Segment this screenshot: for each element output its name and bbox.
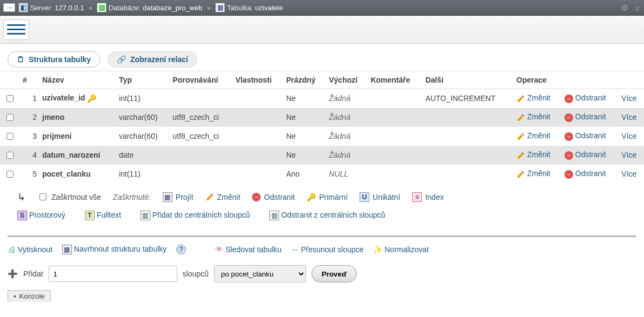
nav-toggle-arrow[interactable]: → <box>3 3 15 12</box>
index-icon: ≡ <box>412 192 422 202</box>
bulk-edit[interactable]: Změnit <box>205 193 241 201</box>
move-icon: ↔ <box>291 245 298 254</box>
server-name[interactable]: 127.0.0.1 <box>55 4 84 12</box>
column-name: datum_narozeni <box>39 146 116 165</box>
row-checkbox[interactable] <box>6 114 14 121</box>
drop-link[interactable]: − Odstranit <box>561 127 618 146</box>
hook-arrow-icon: ↳ <box>17 191 25 203</box>
pencil-icon <box>516 151 525 160</box>
table-row: 5pocet_clankuint(11)AnoNULL Změnit− Odst… <box>0 165 644 184</box>
server-label: Server: <box>30 4 53 12</box>
database-name[interactable]: databaze_pro_web <box>143 4 203 12</box>
column-extra <box>422 165 513 184</box>
console-tab[interactable]: ▪ Konzole <box>8 290 51 302</box>
tab-structure[interactable]: 🗒 Struktura tabulky <box>8 51 100 68</box>
edit-link[interactable]: Změnit <box>513 146 561 165</box>
bulk-browse[interactable]: ▦ Projít <box>163 192 194 202</box>
row-checkbox[interactable] <box>6 95 14 102</box>
column-default: Žádná <box>326 108 367 127</box>
bulk-spatial[interactable]: S Prostorový <box>17 211 65 220</box>
bulk-index[interactable]: ≡ Index <box>412 192 443 202</box>
tab-relations[interactable]: 🔗 Zobrazení relací <box>108 51 197 68</box>
print-link[interactable]: 🖨 Vytisknout <box>8 245 52 254</box>
drop-link[interactable]: − Odstranit <box>561 146 618 165</box>
columns-word: sloupců <box>183 269 209 278</box>
minus-icon: − <box>565 132 573 141</box>
propose-link[interactable]: ▦ Navrhnout strukturu tabulky <box>62 245 167 254</box>
column-collation <box>169 146 232 165</box>
table-icon: ▦ <box>215 3 225 12</box>
drop-link[interactable]: − Odstranit <box>561 89 618 108</box>
pencil-icon <box>516 132 525 141</box>
column-extra <box>422 127 513 146</box>
row-index: 4 <box>19 146 39 165</box>
add-position-select[interactable]: po pocet_clanku <box>214 265 306 282</box>
subtab-bar: 🗒 Struktura tabulky 🔗 Zobrazení relací <box>0 44 644 71</box>
eye-icon: 👁 <box>215 245 223 254</box>
column-extra: AUTO_INCREMENT <box>422 89 513 108</box>
row-checkbox[interactable] <box>6 133 14 140</box>
add-columns-form: ➕ Přidat sloupců po pocet_clanku Proveď <box>0 262 644 290</box>
col-attributes: Vlastnosti <box>232 71 283 89</box>
column-type: varchar(60) <box>116 127 169 146</box>
more-link[interactable]: Více <box>618 127 644 146</box>
column-default: NULL <box>326 165 367 184</box>
printer-icon: 🖨 <box>8 245 16 254</box>
add-count-input[interactable] <box>49 266 177 282</box>
go-button[interactable]: Proveď <box>311 265 357 282</box>
more-link[interactable]: Více <box>618 108 644 127</box>
edit-link[interactable]: Změnit <box>513 108 561 127</box>
check-all-label[interactable]: Zaškrtnout vše <box>51 193 101 201</box>
drop-link[interactable]: − Odstranit <box>561 165 618 184</box>
gear-icon[interactable]: ⚙ <box>621 3 628 13</box>
collapse-icon[interactable]: ⌅ <box>634 3 641 13</box>
column-attributes <box>232 89 283 108</box>
drop-link[interactable]: − Odstranit <box>561 108 618 127</box>
bulk-fulltext[interactable]: T Fulltext <box>85 211 121 220</box>
row-checkbox[interactable] <box>6 152 14 159</box>
column-attributes <box>232 165 283 184</box>
table-name[interactable]: uzivatele <box>255 4 283 12</box>
footer-actions: 🖨 Vytisknout ▦ Navrhnout strukturu tabul… <box>0 245 644 262</box>
bulk-actions-2: S Prostorový T Fulltext ▥ Přidat do cent… <box>0 206 644 230</box>
edit-link[interactable]: Změnit <box>513 165 561 184</box>
tab-relations-label: Zobrazení relací <box>130 55 188 64</box>
propose-icon: ▦ <box>62 245 72 254</box>
col-comments: Komentáře <box>367 71 422 89</box>
row-checkbox[interactable] <box>6 171 14 178</box>
bulk-unique[interactable]: U Unikátní <box>360 192 400 202</box>
column-name: uzivatele_id 🔑 <box>39 89 116 108</box>
bulk-primary[interactable]: 🔑 Primární <box>307 193 348 201</box>
column-name: jmeno <box>39 108 116 127</box>
hamburger-menu[interactable] <box>3 19 29 40</box>
help-icon[interactable]: ? <box>176 245 186 254</box>
column-collation: utf8_czech_ci <box>169 127 232 146</box>
column-null: Ne <box>283 108 326 127</box>
table-row: 2jmenovarchar(60)utf8_czech_ciNeŽádná Zm… <box>0 108 644 127</box>
column-null: Ne <box>283 127 326 146</box>
col-num: # <box>19 71 39 89</box>
more-link[interactable]: Více <box>618 165 644 184</box>
bulk-add-central[interactable]: ▥ Přidat do centrálních sloupců <box>141 211 250 220</box>
edit-link[interactable]: Změnit <box>513 89 561 108</box>
column-null: Ano <box>283 165 326 184</box>
col-extra: Další <box>422 71 513 89</box>
normalize-link[interactable]: ✨ Normalizovat <box>373 245 429 254</box>
breadcrumb-sep: » <box>88 4 92 12</box>
edit-link[interactable]: Změnit <box>513 127 561 146</box>
move-columns-link[interactable]: ↔ Přesunout sloupce <box>291 245 363 254</box>
top-toolbar <box>0 16 644 44</box>
bulk-drop[interactable]: − Odstranit <box>252 193 295 201</box>
separator <box>8 235 636 237</box>
structure-icon: 🗒 <box>17 55 24 64</box>
bulk-remove-central[interactable]: ▥ Odstranit z centrálních sloupců <box>269 211 385 220</box>
primary-key-icon: 🔑 <box>87 95 96 103</box>
track-link[interactable]: 👁 Sledovat tabulku <box>215 245 281 254</box>
more-link[interactable]: Více <box>618 146 644 165</box>
columns-table: # Název Typ Porovnávání Vlastnosti Prázd… <box>0 71 644 184</box>
add-central-icon: ▥ <box>141 211 150 220</box>
check-all-checkbox[interactable] <box>39 193 47 200</box>
column-name: prijmeni <box>39 127 116 146</box>
column-attributes <box>232 108 283 127</box>
more-link[interactable]: Více <box>618 89 644 108</box>
